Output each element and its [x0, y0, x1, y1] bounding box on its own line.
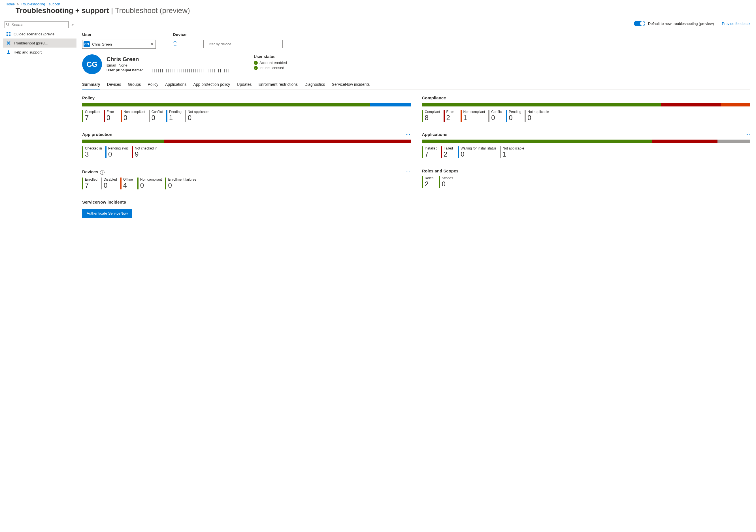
stat-label: Scopes [442, 176, 453, 180]
stat[interactable]: Conflict0 [149, 110, 163, 122]
stat-value: 3 [85, 150, 102, 158]
tab-app-protection[interactable]: App protection policy [193, 80, 230, 90]
sidebar-item-troubleshoot[interactable]: Troubleshoot (previ... [3, 39, 76, 47]
default-troubleshoot-toggle[interactable] [634, 21, 645, 26]
sidebar: « Guided scenarios (previe... Troublesho… [0, 17, 76, 229]
stat-label: Pending [509, 110, 521, 114]
stat-value: 0 [123, 114, 145, 122]
stat[interactable]: Pending sync0 [105, 146, 129, 158]
stat[interactable]: Error2 [444, 110, 457, 122]
user-chip-name: Chris Green [92, 42, 112, 46]
stat[interactable]: Compliant7 [82, 110, 100, 122]
stat-value: 0 [151, 114, 163, 122]
appprotection-stats: Checked in3Pending sync0Not checked in9 [82, 146, 411, 158]
tab-summary[interactable]: Summary [82, 80, 100, 90]
stat-value: 2 [425, 180, 436, 188]
info-icon[interactable]: i [173, 41, 177, 46]
stat[interactable]: Not applicable0 [525, 110, 549, 122]
more-icon[interactable]: ··· [406, 96, 411, 100]
sidebar-item-help[interactable]: Help and support [3, 47, 76, 57]
stat[interactable]: Not applicable1 [500, 146, 524, 158]
tab-groups[interactable]: Groups [128, 80, 141, 90]
stat[interactable]: Failed2 [441, 146, 454, 158]
sidebar-item-guided[interactable]: Guided scenarios (previe... [3, 29, 76, 39]
tab-devices[interactable]: Devices [107, 80, 121, 90]
email-value: None [119, 63, 127, 67]
card-title: Roles and Scopes [422, 169, 459, 173]
stat-value: 0 [104, 181, 117, 189]
stat[interactable]: Pending1 [166, 110, 181, 122]
stat-value: 0 [140, 181, 162, 189]
stat[interactable]: Non compliant1 [461, 110, 485, 122]
stat-label: Non compliant [123, 110, 145, 114]
stat[interactable]: Installed7 [422, 146, 438, 158]
stat[interactable]: Disabled0 [101, 177, 117, 189]
stat[interactable]: Pending0 [506, 110, 521, 122]
help-support-icon [6, 50, 11, 54]
stat[interactable]: Scopes0 [439, 176, 453, 188]
stat[interactable]: Waiting for install status0 [458, 146, 496, 158]
page-title-main: Troubleshooting + support [15, 6, 109, 15]
stat[interactable]: Non compliant0 [137, 177, 162, 189]
card-app-protection: App protection ··· Checked in3Pending sy… [82, 132, 411, 158]
tab-enrollment[interactable]: Enrollment restrictions [258, 80, 298, 90]
check-icon: ✓ [254, 66, 258, 70]
stat-label: Pending [169, 110, 181, 114]
stat[interactable]: Enrolled7 [82, 177, 97, 189]
stat-label: Error [106, 110, 117, 114]
status-intune: Intune licensed [259, 66, 284, 70]
close-icon[interactable]: ✕ [150, 42, 154, 46]
sidebar-item-label: Guided scenarios (previe... [14, 32, 58, 36]
tab-diagnostics[interactable]: Diagnostics [305, 80, 325, 90]
tab-applications[interactable]: Applications [165, 80, 187, 90]
bar-seg-na [717, 140, 750, 143]
stat[interactable]: Non compliant0 [121, 110, 145, 122]
stat[interactable]: Compliant8 [422, 110, 440, 122]
provide-feedback-link[interactable]: Provide feedback [722, 21, 750, 26]
breadcrumb-home[interactable]: Home [6, 2, 15, 6]
device-filter-input[interactable] [203, 40, 283, 48]
applications-bar [422, 140, 751, 143]
stat-value: 9 [135, 150, 157, 158]
more-icon[interactable]: ··· [745, 132, 750, 137]
collapse-sidebar-icon[interactable]: « [70, 21, 75, 28]
authenticate-servicenow-button[interactable]: Authenticate ServiceNow [82, 209, 132, 218]
applications-stats: Installed7Failed2Waiting for install sta… [422, 146, 751, 158]
stat-label: Disabled [104, 177, 117, 181]
stat[interactable]: Not applicable0 [185, 110, 209, 122]
search-input[interactable] [5, 21, 68, 28]
more-icon[interactable]: ··· [745, 169, 750, 173]
card-title: Compliance [422, 95, 446, 100]
stat-label: Waiting for install status [461, 146, 496, 150]
stat[interactable]: Enrollment failures0 [165, 177, 196, 189]
breadcrumb: Home > Troubleshooting + support [0, 0, 756, 6]
stat[interactable]: Roles2 [422, 176, 436, 188]
tab-updates[interactable]: Updates [237, 80, 252, 90]
card-title: Devices i [82, 169, 104, 175]
upn-value: |||||||||| ||||| ||||||||||||||| |||| ||… [144, 68, 237, 72]
more-icon[interactable]: ··· [406, 132, 411, 137]
info-icon[interactable]: i [100, 170, 104, 175]
svg-point-0 [6, 23, 9, 25]
more-icon[interactable]: ··· [745, 96, 750, 100]
user-status-title: User status [254, 54, 287, 59]
bar-seg-failed [652, 140, 717, 143]
card-devices: Devices i ··· Enrolled7Disabled0Offline4… [82, 169, 411, 189]
guided-scenarios-icon [6, 32, 11, 36]
tab-servicenow[interactable]: ServiceNow incidents [332, 80, 370, 90]
bar-seg-compliant [82, 103, 370, 106]
more-icon[interactable]: ··· [406, 170, 411, 174]
stat[interactable]: Conflict0 [488, 110, 502, 122]
stat[interactable]: Error0 [104, 110, 117, 122]
stat-label: Enrolled [85, 177, 97, 181]
sidebar-search[interactable] [5, 21, 68, 28]
svg-line-1 [9, 25, 10, 26]
tab-policy[interactable]: Policy [148, 80, 158, 90]
stat[interactable]: Checked in3 [82, 146, 102, 158]
stat-label: Failed [444, 146, 454, 150]
stat[interactable]: Offline4 [121, 177, 134, 189]
user-chip[interactable]: CG Chris Green ✕ [82, 40, 156, 49]
stat[interactable]: Not checked in9 [132, 146, 157, 158]
breadcrumb-section[interactable]: Troubleshooting + support [21, 2, 60, 6]
card-title: App protection [82, 132, 113, 137]
